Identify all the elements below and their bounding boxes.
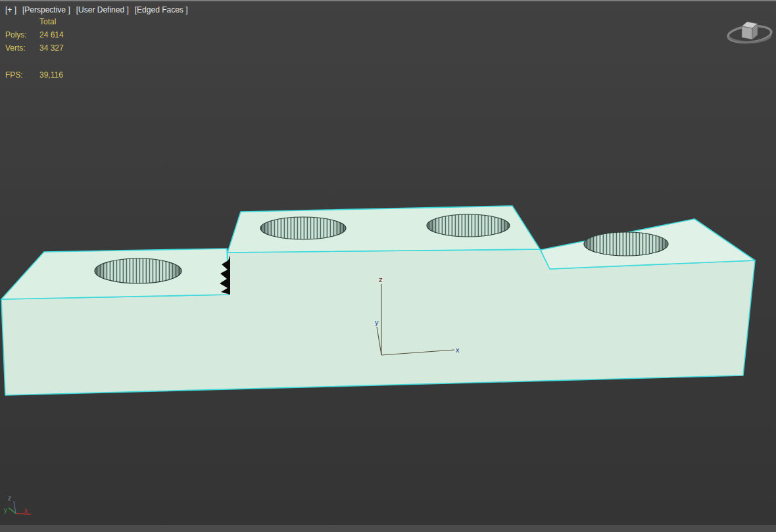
model-hole-middle-right xyxy=(427,214,510,237)
stats-polys-label: Polys: xyxy=(5,28,39,41)
statistics-panel: Total Polys:24 614 Verts:34 327 FPS:39,1… xyxy=(5,15,64,82)
viewport: z y x z y x [+ ] [Perspective ] [Us xyxy=(0,0,776,532)
viewport-header: [+ ] [Perspective ] [User Defined ] [Edg… xyxy=(5,5,187,14)
viewcube-cube[interactable] xyxy=(742,22,758,39)
world-x-label: x xyxy=(24,507,28,514)
model-hole-left xyxy=(95,258,182,283)
axis-x-label: x xyxy=(456,346,460,354)
stats-polys-row: Polys:24 614 xyxy=(5,28,64,41)
stats-verts-value: 34 327 xyxy=(39,43,64,53)
world-axis-tripod: z y x xyxy=(4,495,31,514)
stats-total-header: Total xyxy=(39,17,56,26)
stats-polys-value: 24 614 xyxy=(39,30,64,39)
viewport-pov-menu[interactable]: [Perspective ] xyxy=(22,5,70,14)
stats-fps-label: FPS: xyxy=(5,68,39,82)
world-z-label: z xyxy=(8,495,11,502)
viewcube[interactable] xyxy=(727,22,772,44)
axis-y-label: y xyxy=(375,318,379,326)
viewport-general-menu[interactable]: [+ ] xyxy=(5,5,16,14)
stats-verts-row: Verts:34 327 xyxy=(5,41,64,55)
model-hole-middle-left xyxy=(260,217,346,239)
stats-fps-row: FPS:39,116 xyxy=(5,68,64,82)
world-y-label: y xyxy=(4,506,7,514)
axis-z-label: z xyxy=(379,276,383,283)
stats-fps-value: 39,116 xyxy=(39,70,63,80)
model-hole-right xyxy=(584,232,668,256)
model-stepped-block[interactable] xyxy=(1,206,755,395)
stats-verts-label: Verts: xyxy=(5,41,39,55)
viewport-bottom-edge xyxy=(0,525,776,532)
stats-total-header-row: Total xyxy=(5,15,64,28)
viewport-user-defined-menu[interactable]: [User Defined ] xyxy=(76,5,129,14)
viewport-shading-menu[interactable]: [Edged Faces ] xyxy=(135,5,188,14)
viewport-canvas[interactable]: z y x z y x xyxy=(0,0,776,532)
